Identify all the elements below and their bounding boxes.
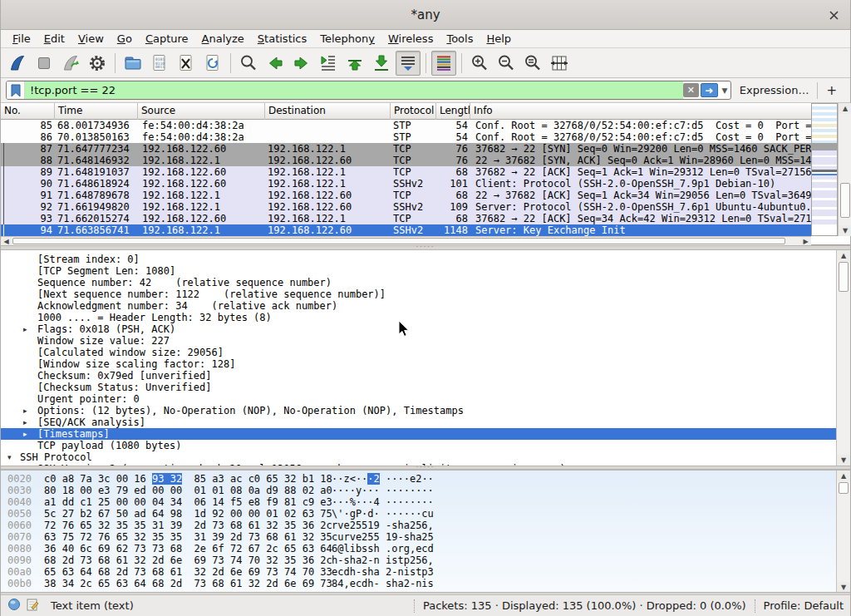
filter-bookmark-button[interactable] — [7, 81, 25, 99]
packet-row-88[interactable]: 8871.648146932192.168.122.1192.168.122.6… — [1, 155, 811, 166]
packet-row-86[interactable]: 8670.013850163fe:54:00:d4:38:2aSTP54Conf… — [1, 131, 811, 143]
detail-line[interactable]: ▾SSH Protocol — [1, 451, 838, 463]
menu-edit[interactable]: Edit — [37, 31, 71, 47]
start-capture-button[interactable] — [5, 51, 30, 76]
go-first-button[interactable] — [342, 51, 367, 76]
expander-open-icon[interactable]: ▾ — [7, 451, 12, 463]
stop-capture-button[interactable] — [32, 51, 57, 76]
colorize-button[interactable] — [431, 51, 456, 76]
zoom-100-button[interactable] — [520, 51, 545, 76]
auto-scroll-button[interactable] — [396, 51, 421, 76]
hex-row-0050[interactable]: 00505c 27 b2 67 50 ad 64 98 1d 92 00 00 … — [1, 508, 838, 520]
scrollbar-thumb[interactable] — [12, 238, 785, 244]
scroll-up-arrow[interactable]: ▲ — [837, 250, 850, 261]
expression-button[interactable]: Expression… — [731, 84, 818, 96]
menu-view[interactable]: View — [71, 31, 111, 47]
status-profile[interactable]: Profile: Default — [764, 599, 844, 612]
scroll-down-arrow[interactable]: ▼ — [837, 582, 850, 592]
expander-closed-icon[interactable]: ▸ — [23, 428, 27, 440]
menu-capture[interactable]: Capture — [139, 31, 195, 47]
scroll-up-arrow[interactable]: ▲ — [837, 471, 850, 481]
detail-line[interactable]: Window size value: 227 — [1, 335, 838, 347]
detail-line[interactable]: Acknowledgment number: 34 (relative ack … — [1, 300, 838, 312]
reload-file-button[interactable] — [200, 51, 225, 76]
hex-row-0020[interactable]: 0020c0 a8 7a 3c 00 16 93 32 85 a3 ac c0 … — [1, 473, 838, 485]
detail-line[interactable]: [Window size scaling factor: 128] — [1, 358, 838, 370]
open-file-button[interactable] — [121, 51, 145, 76]
save-file-button[interactable]: 010101100011 — [147, 51, 172, 76]
column-header-protocol[interactable]: Protocol — [391, 103, 436, 120]
packet-row-91[interactable]: 9171.648789678192.168.122.1192.168.122.6… — [1, 190, 811, 201]
column-header-info[interactable]: Info — [470, 103, 851, 120]
column-header-time[interactable]: Time — [55, 103, 138, 120]
scroll-right-arrow[interactable]: ▶ — [800, 237, 811, 245]
scrollbar-thumb[interactable] — [839, 482, 849, 494]
packet-row-94[interactable]: 9471.663856741192.168.122.1192.168.122.6… — [1, 224, 811, 236]
filter-apply-button[interactable]: ➜ — [701, 83, 718, 97]
go-to-packet-button[interactable] — [316, 51, 341, 76]
find-packet-button[interactable] — [236, 51, 261, 76]
column-header-destination[interactable]: Destination — [265, 103, 391, 120]
zoom-out-button[interactable] — [494, 51, 519, 76]
menu-tools[interactable]: Tools — [440, 31, 480, 47]
expander-closed-icon[interactable]: ▸ — [23, 323, 27, 335]
expander-closed-icon[interactable]: ▸ — [23, 416, 27, 428]
capture-options-button[interactable] — [85, 51, 110, 76]
go-forward-button[interactable] — [289, 51, 314, 76]
menu-statistics[interactable]: Statistics — [251, 31, 313, 47]
detail-line[interactable]: Sequence number: 42 (relative sequence n… — [1, 277, 838, 288]
zoom-in-button[interactable] — [467, 51, 492, 76]
detail-line[interactable]: ▸Flags: 0x018 (PSH, ACK) — [1, 323, 838, 335]
packet-row-87[interactable]: 8771.647777234192.168.122.60192.168.122.… — [1, 143, 811, 155]
hex-row-0060[interactable]: 006072 76 65 32 35 35 31 39 2d 73 68 61 … — [1, 520, 838, 531]
menu-analyze[interactable]: Analyze — [195, 31, 251, 47]
column-header-no[interactable]: No. — [1, 103, 55, 120]
detail-line[interactable]: [Calculated window size: 29056] — [1, 347, 838, 358]
detail-line[interactable]: Checksum: 0x79ed [unverified] — [1, 370, 838, 382]
detail-line[interactable]: ▸SSH Version 2 (encryption:chacha20-poly… — [1, 463, 838, 466]
bytes-vscrollbar[interactable]: ▲ ▼ — [836, 471, 850, 592]
filter-add-button[interactable]: + — [818, 83, 845, 98]
expert-info-button[interactable] — [7, 598, 21, 614]
packet-row-92[interactable]: 9271.661949820192.168.122.1192.168.122.6… — [1, 201, 811, 213]
column-header-length[interactable]: Length — [436, 103, 470, 120]
hex-row-0070[interactable]: 007063 75 72 76 65 32 35 35 31 39 2d 73 … — [1, 531, 838, 543]
detail-line[interactable]: ▸[SEQ/ACK analysis] — [1, 416, 838, 428]
scroll-down-arrow[interactable]: ▼ — [839, 225, 851, 236]
filter-dropdown-caret[interactable]: ▼ — [719, 81, 730, 99]
scrollbar-thumb[interactable] — [840, 183, 850, 218]
menu-file[interactable]: File — [6, 31, 37, 47]
detail-line[interactable]: 1000 .... = Header Length: 32 bytes (8) — [1, 312, 838, 323]
scroll-left-arrow[interactable]: ◀ — [1, 237, 12, 245]
detail-line[interactable]: TCP payload (1080 bytes) — [1, 440, 838, 451]
menu-telephony[interactable]: Telephony — [313, 31, 381, 47]
packet-list-vscrollbar[interactable]: ▲ ▼ — [838, 103, 851, 236]
menu-help[interactable]: Help — [480, 31, 518, 47]
filter-clear-button[interactable]: ✕ — [683, 83, 699, 97]
scroll-down-arrow[interactable]: ▼ — [837, 455, 850, 466]
hex-row-0030[interactable]: 003080 18 00 e3 79 ed 00 00 01 01 08 0a … — [1, 485, 838, 496]
intelligent-scrollbar-minimap[interactable] — [811, 103, 838, 236]
detail-line[interactable]: [Next sequence number: 1122 (relative se… — [1, 288, 838, 300]
detail-line[interactable]: [TCP Segment Len: 1080] — [1, 265, 838, 277]
detail-line[interactable]: [Checksum Status: Unverified] — [1, 382, 838, 393]
close-file-button[interactable] — [174, 51, 199, 76]
capture-comment-button[interactable] — [26, 598, 39, 614]
scroll-up-arrow[interactable]: ▲ — [839, 103, 851, 114]
scrollbar-thumb[interactable] — [839, 262, 849, 292]
column-header-source[interactable]: Source — [138, 103, 265, 120]
hex-row-0090[interactable]: 009068 2d 73 68 61 32 2d 6e 69 73 74 70 … — [1, 554, 838, 566]
detail-line[interactable]: ▸Options: (12 bytes), No-Operation (NOP)… — [1, 405, 838, 416]
menu-wireless[interactable]: Wireless — [381, 31, 440, 47]
packet-row-90[interactable]: 9071.648618924192.168.122.60192.168.122.… — [1, 178, 811, 190]
resize-columns-button[interactable] — [547, 51, 572, 76]
detail-line[interactable]: ▸[Timestamps] — [1, 428, 838, 440]
hex-row-00b0[interactable]: 00b038 34 2c 65 63 64 68 2d 73 68 61 32 … — [1, 578, 838, 589]
display-filter-input[interactable]: !tcp.port == 22 — [25, 81, 683, 99]
details-vscrollbar[interactable]: ▲ ▼ — [836, 250, 850, 466]
restart-capture-button[interactable] — [58, 51, 83, 76]
packet-row-93[interactable]: 9371.662015274192.168.122.60192.168.122.… — [1, 213, 811, 224]
packet-row-89[interactable]: 8971.648191037192.168.122.60192.168.122.… — [1, 166, 811, 178]
hex-row-00a0[interactable]: 00a065 63 64 68 2d 73 68 61 32 2d 6e 69 … — [1, 566, 838, 578]
title-bar[interactable]: *any — [1, 0, 850, 30]
